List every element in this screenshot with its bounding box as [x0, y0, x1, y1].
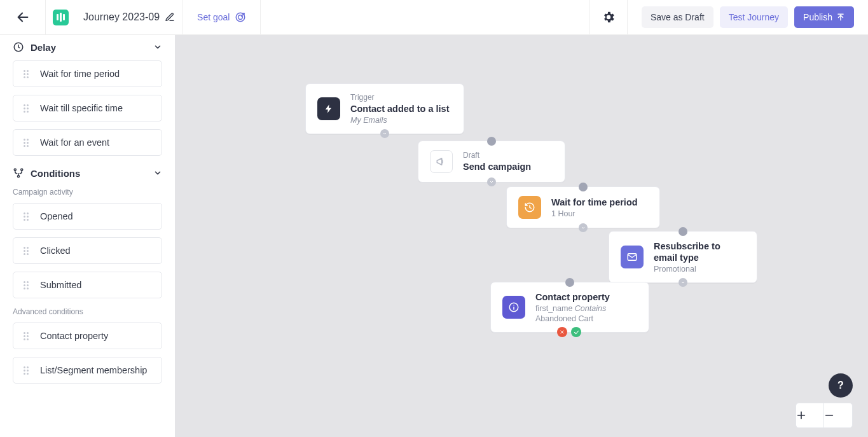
- node-sub: My Emails: [350, 116, 450, 125]
- branch-true-icon[interactable]: [571, 327, 581, 337]
- minus-icon: [824, 410, 834, 420]
- node-contact-property[interactable]: Contact property first_name Contains Aba…: [490, 282, 649, 333]
- drag-icon: [22, 139, 30, 147]
- gear-icon: [602, 10, 616, 24]
- help-label: ?: [837, 380, 844, 391]
- zoom-controls: [796, 403, 853, 428]
- publish-label: Publish: [803, 12, 832, 22]
- plus-icon: [796, 410, 806, 420]
- clock-icon: [13, 41, 24, 53]
- connector-in[interactable]: [679, 227, 687, 236]
- drag-icon: [22, 281, 30, 289]
- drag-icon: [22, 212, 30, 221]
- block-list-membership[interactable]: List/Segment membership: [13, 357, 162, 384]
- node-body: Resubscribe to email type Promotional: [654, 240, 745, 274]
- connector-out[interactable]: [487, 177, 496, 186]
- node-send-campaign[interactable]: Draft Send campaign: [418, 141, 565, 183]
- node-tag: Draft: [463, 151, 531, 160]
- node-sub: first_name Contains: [535, 304, 610, 313]
- block-contact-property[interactable]: Contact property: [13, 323, 162, 349]
- node-title: Resubscribe to email type: [654, 240, 745, 263]
- block-label: Opened: [40, 211, 73, 221]
- drag-icon: [22, 247, 30, 255]
- node-tag: Trigger: [350, 93, 450, 102]
- node-body: Draft Send campaign: [463, 151, 531, 172]
- info-icon: [502, 296, 525, 319]
- connector-out[interactable]: [579, 223, 588, 232]
- zoom-out-button[interactable]: [824, 403, 852, 427]
- section-conditions[interactable]: Conditions: [13, 167, 162, 179]
- mail-icon: [621, 246, 644, 268]
- block-label: Wait for time period: [40, 69, 120, 79]
- pencil-icon: [165, 12, 175, 22]
- header-left: Journey 2023-09 Set goal: [0, 0, 261, 34]
- lightning-icon: [317, 97, 340, 120]
- node-body: Contact property first_name Contains Aba…: [535, 291, 610, 323]
- title-wrap[interactable]: Journey 2023-09: [76, 0, 183, 34]
- block-clicked[interactable]: Clicked: [13, 237, 162, 264]
- megaphone-icon: [430, 150, 453, 173]
- history-icon: [518, 196, 541, 219]
- header-right: Save as Draft Test Journey Publish: [589, 0, 868, 34]
- block-wait-time-period[interactable]: Wait for time period: [13, 60, 162, 87]
- node-body: Wait for time period 1 Hour: [551, 197, 638, 218]
- node-title: Contact added to a list: [350, 103, 450, 114]
- test-journey-button[interactable]: Test Journey: [720, 6, 788, 28]
- block-label: List/Segment membership: [40, 365, 147, 375]
- node-resubscribe[interactable]: Resubscribe to email type Promotional: [609, 231, 757, 283]
- connector-out[interactable]: [380, 129, 389, 138]
- publish-button[interactable]: Publish: [794, 6, 854, 28]
- block-label: Wait for an event: [40, 137, 109, 148]
- journey-title: Journey 2023-09: [83, 11, 160, 23]
- block-submitted[interactable]: Submitted: [13, 272, 162, 298]
- branch-icon: [13, 167, 24, 179]
- section-delay-label: Delay: [31, 42, 56, 53]
- branch-false-icon[interactable]: [557, 327, 567, 337]
- save-draft-button[interactable]: Save as Draft: [642, 6, 713, 28]
- drag-icon: [22, 104, 30, 113]
- settings-button[interactable]: [589, 0, 628, 34]
- block-label: Wait till specific time: [40, 103, 123, 113]
- connector-in[interactable]: [579, 183, 588, 191]
- node-body: Trigger Contact added to a list My Email…: [350, 93, 450, 125]
- drag-icon: [22, 332, 30, 340]
- help-button[interactable]: ?: [829, 373, 853, 398]
- app-logo-icon: [53, 10, 69, 25]
- drag-icon: [22, 70, 30, 78]
- block-label: Contact property: [40, 331, 108, 341]
- block-wait-event[interactable]: Wait for an event: [13, 129, 162, 156]
- sub-campaign-activity: Campaign activity: [13, 188, 162, 197]
- connector-in[interactable]: [565, 278, 574, 287]
- logo-cell: [46, 10, 76, 25]
- header: Journey 2023-09 Set goal Save as Draft T…: [0, 0, 868, 35]
- section-conditions-label: Conditions: [31, 168, 80, 179]
- node-title: Contact property: [535, 291, 610, 303]
- chevron-down-icon: [153, 43, 162, 52]
- set-goal-label: Set goal: [197, 12, 230, 22]
- sidebar: Delay Wait for time period Wait till spe…: [0, 35, 175, 437]
- section-delay[interactable]: Delay: [13, 41, 162, 53]
- sub-advanced: Advanced conditions: [13, 307, 162, 316]
- arrow-left-icon: [16, 10, 30, 24]
- block-label: Submitted: [40, 280, 81, 290]
- block-label: Clicked: [40, 246, 71, 256]
- back-button[interactable]: [0, 0, 46, 34]
- node-sub: Promotional: [654, 265, 745, 274]
- node-wait-time[interactable]: Wait for time period 1 Hour: [506, 186, 660, 228]
- canvas[interactable]: Trigger Contact added to a list My Email…: [175, 35, 868, 437]
- publish-icon: [836, 13, 845, 22]
- node-title: Send campaign: [463, 161, 531, 172]
- node-sub2: Abandoned Cart: [535, 314, 610, 323]
- target-icon: [235, 11, 246, 23]
- node-sub: 1 Hour: [551, 209, 638, 218]
- set-goal-button[interactable]: Set goal: [183, 0, 261, 34]
- block-opened[interactable]: Opened: [13, 203, 162, 230]
- connector-out[interactable]: [679, 278, 687, 287]
- connector-in[interactable]: [487, 137, 496, 146]
- svg-point-14: [513, 305, 514, 306]
- node-title: Wait for time period: [551, 197, 638, 208]
- node-trigger[interactable]: Trigger Contact added to a list My Email…: [305, 83, 464, 134]
- zoom-in-button[interactable]: [796, 403, 824, 427]
- block-wait-specific-time[interactable]: Wait till specific time: [13, 95, 162, 121]
- drag-icon: [22, 366, 30, 375]
